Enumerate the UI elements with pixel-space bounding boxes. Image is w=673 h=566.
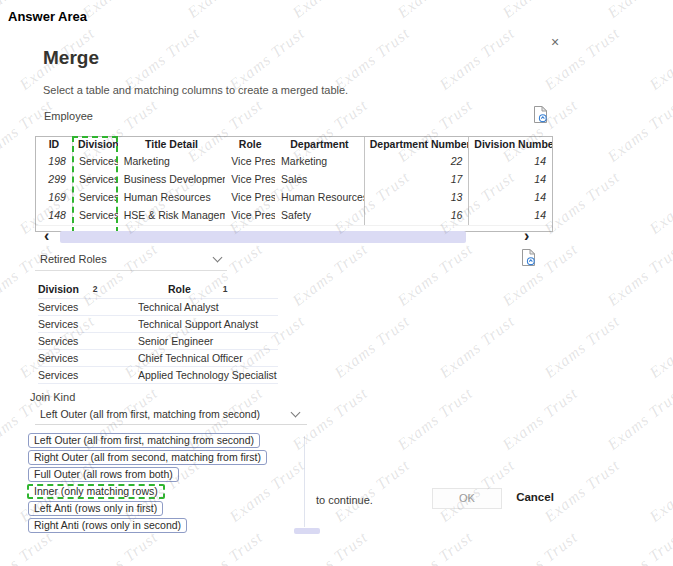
join-kind-option-inner[interactable]: Inner (only matching rows) [27, 484, 165, 499]
continue-hint-text: to continue. [316, 494, 373, 506]
employee-cell[interactable]: 299 [36, 171, 73, 189]
column-order-badge: 1 [223, 284, 228, 298]
answer-area-title: Answer Area [8, 9, 87, 24]
employee-cell[interactable]: 17 [365, 171, 470, 189]
employee-cell[interactable]: Marketing [118, 153, 226, 171]
join-kind-dropdown[interactable]: Left Outer (all from first, matching fro… [35, 405, 307, 425]
chevron-down-icon [291, 408, 301, 418]
column-header-id[interactable]: ID [36, 137, 73, 153]
employee-cell[interactable]: Safety [275, 207, 365, 225]
employee-cell[interactable]: Vice President [225, 189, 275, 207]
employee-cell[interactable]: Services [73, 189, 118, 207]
retired-roles-row: ServicesSenior Engineer [38, 333, 278, 350]
employee-table-row: 299ServicesBusiness DevelopmentVice Pres… [36, 171, 552, 189]
employee-cell[interactable]: HSE & Risk Management [118, 207, 226, 225]
retired-roles-cell[interactable]: Technical Support Analyst [138, 316, 278, 332]
column-header-role[interactable]: Role1 [138, 283, 278, 298]
retired-roles-body: ServicesTechnical AnalystServicesTechnic… [38, 299, 278, 384]
column-header-text: Role [168, 283, 191, 298]
screenshot-stage: Answer Area × Merge Select a table and m… [0, 0, 673, 566]
column-header-role[interactable]: Role [225, 137, 275, 153]
retired-roles-dropdown-value: Retired Roles [40, 253, 107, 265]
join-kind-option-right-outer[interactable]: Right Outer (all from second, matching f… [28, 450, 267, 465]
retired-roles-cell[interactable]: Services [38, 299, 138, 315]
chevron-down-icon [213, 253, 223, 263]
retired-roles-row: ServicesTechnical Analyst [38, 299, 278, 316]
join-kind-dropdown-value: Left Outer (all from first, matching fro… [40, 408, 260, 420]
retired-roles-table: Division2Role1 ServicesTechnical Analyst… [38, 283, 278, 384]
scroll-left-arrow[interactable]: ‹ [44, 227, 49, 245]
horizontal-scrollbar-thumb[interactable] [60, 231, 466, 243]
retired-roles-dropdown[interactable]: Retired Roles [35, 250, 227, 271]
employee-cell[interactable]: Vice President [225, 207, 275, 225]
extract-table-doc-icon[interactable] [533, 105, 548, 124]
employee-table-row: 148ServicesHSE & Risk ManagementVice Pre… [36, 207, 552, 225]
extract-table-doc-icon[interactable] [521, 248, 536, 267]
employee-cell[interactable]: Services [73, 171, 118, 189]
employee-cell[interactable]: Services [73, 153, 118, 171]
employee-table-row: 198ServicesMarketingVice PresidentMarket… [36, 153, 552, 171]
retired-roles-cell[interactable]: Technical Analyst [138, 299, 278, 315]
column-header-division[interactable]: Division2 [38, 283, 138, 298]
employee-cell[interactable]: Sales [275, 171, 365, 189]
dialog-title: Merge [43, 47, 99, 69]
join-kind-label: Join Kind [30, 391, 75, 403]
employee-cell[interactable]: 148 [36, 207, 73, 225]
employee-cell[interactable]: 14 [469, 153, 552, 171]
employee-cell[interactable]: Human Resources [118, 189, 226, 207]
employee-cell[interactable]: 169 [36, 189, 73, 207]
employee-table: IDDivisionTitle DetailRoleDepartmentDepa… [35, 136, 553, 232]
column-header-division[interactable]: Division [73, 137, 118, 153]
retired-roles-header: Division2Role1 [38, 283, 278, 299]
employee-cell[interactable]: Vice President [225, 153, 275, 171]
join-kind-option-left-anti[interactable]: Left Anti (rows only in first) [28, 501, 163, 516]
employee-cell[interactable]: 16 [365, 207, 470, 225]
employee-table-label: Employee [44, 110, 93, 122]
retired-roles-row: ServicesTechnical Support Analyst [38, 316, 278, 333]
column-header-department-number[interactable]: Department Number [365, 137, 470, 153]
employee-cell[interactable]: 198 [36, 153, 73, 171]
retired-roles-cell[interactable]: Services [38, 333, 138, 349]
employee-cell[interactable]: Human Resources [275, 189, 365, 207]
join-kind-option-full-outer[interactable]: Full Outer (all rows from both) [28, 467, 179, 482]
employee-cell[interactable]: 14 [469, 189, 552, 207]
employee-header: IDDivisionTitle DetailRoleDepartmentDepa… [36, 137, 552, 153]
close-icon[interactable]: × [551, 34, 559, 50]
employee-cell[interactable]: Marketing [275, 153, 365, 171]
employee-cell[interactable]: 14 [469, 207, 552, 225]
column-header-title-detail[interactable]: Title Detail [118, 137, 226, 153]
employee-partial-row [36, 225, 552, 230]
employee-cell[interactable]: 22 [365, 153, 470, 171]
column-order-badge: 2 [93, 284, 98, 298]
dropdown-scrollbar[interactable] [294, 528, 320, 534]
employee-cell[interactable]: Services [73, 207, 118, 225]
retired-roles-cell[interactable]: Services [38, 367, 138, 383]
join-kind-option-left-outer[interactable]: Left Outer (all from first, matching fro… [28, 433, 260, 448]
employee-cell[interactable]: 13 [365, 189, 470, 207]
scroll-right-arrow[interactable]: › [524, 227, 529, 245]
retired-roles-cell[interactable]: Services [38, 316, 138, 332]
retired-roles-cell[interactable]: Applied Technology Specialist [138, 367, 278, 383]
employee-body: 198ServicesMarketingVice PresidentMarket… [36, 153, 552, 225]
employee-table-row: 169ServicesHuman ResourcesVice President… [36, 189, 552, 207]
ok-button[interactable]: OK [432, 488, 502, 509]
employee-cell[interactable]: Vice President [225, 171, 275, 189]
retired-roles-cell[interactable]: Chief Technical Officer [138, 350, 278, 366]
cancel-button[interactable]: Cancel [505, 488, 565, 509]
retired-roles-row: ServicesChief Technical Officer [38, 350, 278, 367]
dropdown-panel-edge [304, 436, 305, 527]
column-header-division-number[interactable]: Division Number [469, 137, 552, 153]
retired-roles-cell[interactable]: Senior Engineer [138, 333, 278, 349]
retired-roles-cell[interactable]: Services [38, 350, 138, 366]
join-kind-option-right-anti[interactable]: Right Anti (rows only in second) [28, 518, 187, 533]
employee-cell[interactable]: Business Development [118, 171, 226, 189]
column-header-department[interactable]: Department [275, 137, 365, 153]
employee-cell[interactable]: 14 [469, 171, 552, 189]
dialog-subtitle: Select a table and matching columns to c… [43, 84, 348, 96]
retired-roles-row: ServicesApplied Technology Specialist [38, 367, 278, 384]
column-header-text: Division [38, 283, 79, 298]
join-kind-options-list: Left Outer (all from first, matching fro… [28, 433, 267, 535]
